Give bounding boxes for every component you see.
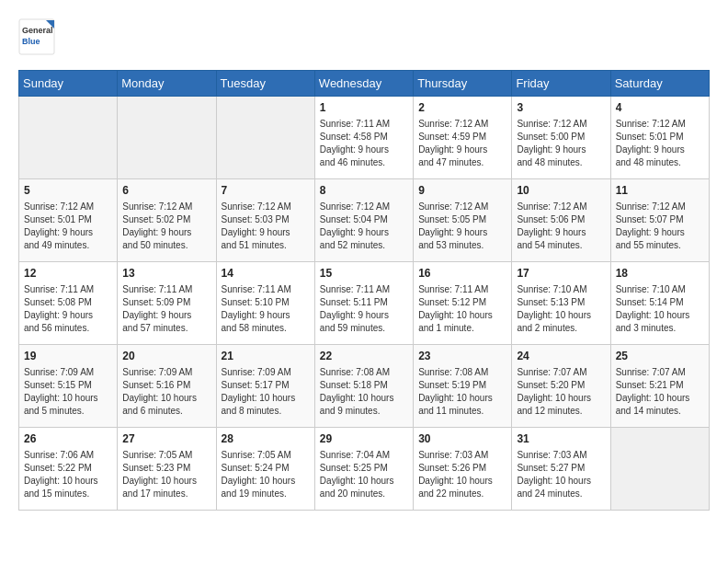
day-info: Sunrise: 7:08 AM Sunset: 5:19 PM Dayligh… bbox=[418, 366, 506, 418]
day-info: Sunrise: 7:11 AM Sunset: 5:09 PM Dayligh… bbox=[122, 283, 210, 335]
calendar-cell: 12Sunrise: 7:11 AM Sunset: 5:08 PM Dayli… bbox=[19, 262, 118, 345]
day-number: 12 bbox=[24, 266, 112, 282]
day-info: Sunrise: 7:11 AM Sunset: 5:12 PM Dayligh… bbox=[418, 283, 506, 335]
calendar-cell bbox=[19, 97, 118, 179]
calendar-cell: 28Sunrise: 7:05 AM Sunset: 5:24 PM Dayli… bbox=[216, 428, 314, 511]
calendar-cell: 31Sunrise: 7:03 AM Sunset: 5:27 PM Dayli… bbox=[512, 428, 610, 511]
day-number: 18 bbox=[616, 266, 704, 282]
day-number: 25 bbox=[616, 349, 704, 364]
day-info: Sunrise: 7:04 AM Sunset: 5:25 PM Dayligh… bbox=[320, 449, 408, 500]
calendar-cell: 8Sunrise: 7:12 AM Sunset: 5:04 PM Daylig… bbox=[314, 179, 413, 262]
calendar-cell bbox=[118, 97, 216, 179]
calendar-cell: 20Sunrise: 7:09 AM Sunset: 5:16 PM Dayli… bbox=[118, 345, 216, 428]
calendar-cell: 7Sunrise: 7:12 AM Sunset: 5:03 PM Daylig… bbox=[216, 179, 314, 262]
day-number: 30 bbox=[418, 431, 506, 447]
day-number: 26 bbox=[24, 431, 112, 447]
calendar-cell: 15Sunrise: 7:11 AM Sunset: 5:11 PM Dayli… bbox=[314, 262, 413, 345]
day-info: Sunrise: 7:12 AM Sunset: 4:59 PM Dayligh… bbox=[418, 118, 506, 169]
logo-icon: General Blue bbox=[18, 18, 55, 55]
calendar-cell: 5Sunrise: 7:12 AM Sunset: 5:01 PM Daylig… bbox=[19, 179, 118, 262]
calendar-cell: 14Sunrise: 7:11 AM Sunset: 5:10 PM Dayli… bbox=[216, 262, 314, 345]
calendar-header-wednesday: Wednesday bbox=[314, 71, 413, 97]
day-number: 5 bbox=[24, 183, 112, 199]
calendar-cell: 17Sunrise: 7:10 AM Sunset: 5:13 PM Dayli… bbox=[512, 262, 610, 345]
calendar-header-thursday: Thursday bbox=[414, 71, 512, 97]
calendar-week-row: 19Sunrise: 7:09 AM Sunset: 5:15 PM Dayli… bbox=[19, 345, 710, 428]
day-number: 4 bbox=[616, 100, 704, 116]
day-number: 1 bbox=[320, 100, 408, 116]
day-info: Sunrise: 7:12 AM Sunset: 5:00 PM Dayligh… bbox=[517, 118, 605, 169]
day-number: 3 bbox=[517, 100, 605, 116]
day-number: 8 bbox=[320, 183, 408, 199]
calendar-header-monday: Monday bbox=[118, 71, 216, 97]
day-info: Sunrise: 7:12 AM Sunset: 5:07 PM Dayligh… bbox=[616, 201, 704, 252]
calendar-cell: 27Sunrise: 7:05 AM Sunset: 5:23 PM Dayli… bbox=[118, 428, 216, 511]
calendar-cell: 24Sunrise: 7:07 AM Sunset: 5:20 PM Dayli… bbox=[512, 345, 610, 428]
calendar-header-tuesday: Tuesday bbox=[216, 71, 314, 97]
day-info: Sunrise: 7:08 AM Sunset: 5:18 PM Dayligh… bbox=[320, 366, 408, 418]
calendar-cell: 9Sunrise: 7:12 AM Sunset: 5:05 PM Daylig… bbox=[414, 179, 512, 262]
day-number: 17 bbox=[517, 266, 605, 282]
calendar-cell bbox=[610, 428, 709, 511]
day-number: 22 bbox=[320, 349, 408, 364]
day-info: Sunrise: 7:11 AM Sunset: 4:58 PM Dayligh… bbox=[320, 118, 408, 169]
calendar-header-row: SundayMondayTuesdayWednesdayThursdayFrid… bbox=[19, 71, 710, 97]
day-info: Sunrise: 7:03 AM Sunset: 5:27 PM Dayligh… bbox=[517, 449, 605, 500]
day-number: 27 bbox=[122, 431, 210, 447]
day-number: 24 bbox=[517, 349, 605, 364]
day-number: 15 bbox=[320, 266, 408, 282]
calendar-cell: 18Sunrise: 7:10 AM Sunset: 5:14 PM Dayli… bbox=[610, 262, 709, 345]
day-number: 2 bbox=[418, 100, 506, 116]
day-number: 6 bbox=[122, 183, 210, 199]
day-info: Sunrise: 7:05 AM Sunset: 5:24 PM Dayligh… bbox=[222, 449, 310, 500]
day-number: 16 bbox=[418, 266, 506, 282]
day-number: 28 bbox=[222, 431, 310, 447]
day-info: Sunrise: 7:07 AM Sunset: 5:21 PM Dayligh… bbox=[616, 366, 704, 418]
day-number: 9 bbox=[418, 183, 506, 199]
calendar-cell: 30Sunrise: 7:03 AM Sunset: 5:26 PM Dayli… bbox=[414, 428, 512, 511]
day-info: Sunrise: 7:07 AM Sunset: 5:20 PM Dayligh… bbox=[517, 366, 605, 418]
calendar-cell: 3Sunrise: 7:12 AM Sunset: 5:00 PM Daylig… bbox=[512, 97, 610, 179]
calendar-week-row: 1Sunrise: 7:11 AM Sunset: 4:58 PM Daylig… bbox=[19, 97, 710, 179]
day-number: 7 bbox=[222, 183, 310, 199]
day-info: Sunrise: 7:11 AM Sunset: 5:11 PM Dayligh… bbox=[320, 283, 408, 335]
calendar-cell: 25Sunrise: 7:07 AM Sunset: 5:21 PM Dayli… bbox=[610, 345, 709, 428]
calendar-cell bbox=[216, 97, 314, 179]
day-info: Sunrise: 7:10 AM Sunset: 5:13 PM Dayligh… bbox=[517, 283, 605, 335]
day-info: Sunrise: 7:12 AM Sunset: 5:01 PM Dayligh… bbox=[616, 118, 704, 169]
day-info: Sunrise: 7:06 AM Sunset: 5:22 PM Dayligh… bbox=[24, 449, 112, 500]
calendar-week-row: 26Sunrise: 7:06 AM Sunset: 5:22 PM Dayli… bbox=[19, 428, 710, 511]
day-number: 10 bbox=[517, 183, 605, 199]
calendar-cell: 29Sunrise: 7:04 AM Sunset: 5:25 PM Dayli… bbox=[314, 428, 413, 511]
day-info: Sunrise: 7:11 AM Sunset: 5:10 PM Dayligh… bbox=[222, 283, 310, 335]
calendar-cell: 19Sunrise: 7:09 AM Sunset: 5:15 PM Dayli… bbox=[19, 345, 118, 428]
calendar-cell: 6Sunrise: 7:12 AM Sunset: 5:02 PM Daylig… bbox=[118, 179, 216, 262]
day-number: 11 bbox=[616, 183, 704, 199]
calendar-header-saturday: Saturday bbox=[610, 71, 709, 97]
calendar-cell: 11Sunrise: 7:12 AM Sunset: 5:07 PM Dayli… bbox=[610, 179, 709, 262]
calendar-cell: 2Sunrise: 7:12 AM Sunset: 4:59 PM Daylig… bbox=[414, 97, 512, 179]
calendar-cell: 26Sunrise: 7:06 AM Sunset: 5:22 PM Dayli… bbox=[19, 428, 118, 511]
calendar-cell: 1Sunrise: 7:11 AM Sunset: 4:58 PM Daylig… bbox=[314, 97, 413, 179]
page-header: General Blue bbox=[18, 18, 710, 55]
calendar-cell: 16Sunrise: 7:11 AM Sunset: 5:12 PM Dayli… bbox=[414, 262, 512, 345]
day-info: Sunrise: 7:12 AM Sunset: 5:01 PM Dayligh… bbox=[24, 201, 112, 252]
day-info: Sunrise: 7:12 AM Sunset: 5:03 PM Dayligh… bbox=[222, 201, 310, 252]
day-info: Sunrise: 7:09 AM Sunset: 5:15 PM Dayligh… bbox=[24, 366, 112, 418]
day-number: 14 bbox=[222, 266, 310, 282]
day-info: Sunrise: 7:12 AM Sunset: 5:02 PM Dayligh… bbox=[122, 201, 210, 252]
svg-text:General: General bbox=[22, 26, 53, 35]
day-info: Sunrise: 7:12 AM Sunset: 5:04 PM Dayligh… bbox=[320, 201, 408, 252]
day-number: 13 bbox=[122, 266, 210, 282]
calendar-cell: 22Sunrise: 7:08 AM Sunset: 5:18 PM Dayli… bbox=[314, 345, 413, 428]
day-info: Sunrise: 7:12 AM Sunset: 5:06 PM Dayligh… bbox=[517, 201, 605, 252]
calendar-cell: 4Sunrise: 7:12 AM Sunset: 5:01 PM Daylig… bbox=[610, 97, 709, 179]
day-number: 21 bbox=[222, 349, 310, 364]
calendar-table: SundayMondayTuesdayWednesdayThursdayFrid… bbox=[18, 70, 710, 511]
day-info: Sunrise: 7:10 AM Sunset: 5:14 PM Dayligh… bbox=[616, 283, 704, 335]
svg-text:Blue: Blue bbox=[22, 37, 40, 46]
calendar-week-row: 12Sunrise: 7:11 AM Sunset: 5:08 PM Dayli… bbox=[19, 262, 710, 345]
day-number: 19 bbox=[24, 349, 112, 364]
day-number: 29 bbox=[320, 431, 408, 447]
calendar-cell: 13Sunrise: 7:11 AM Sunset: 5:09 PM Dayli… bbox=[118, 262, 216, 345]
